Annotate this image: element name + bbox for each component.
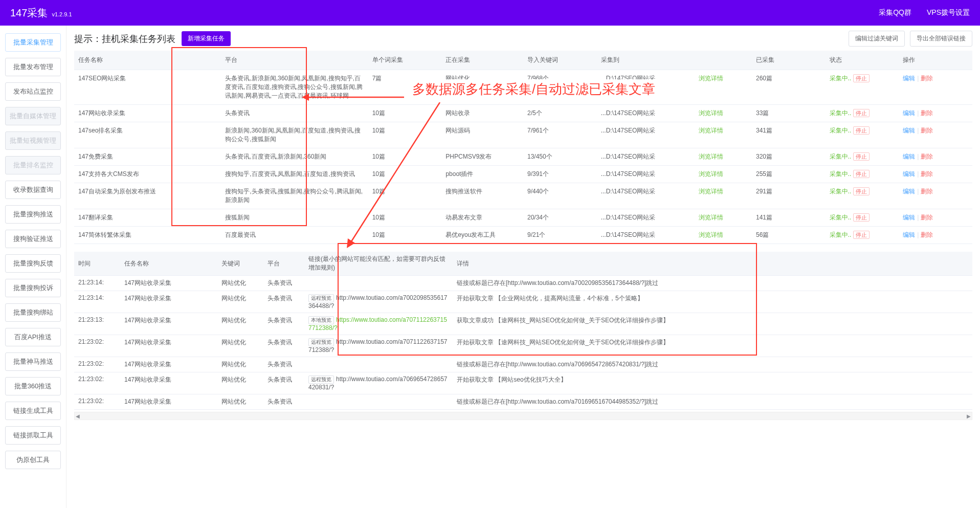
task-status: 采集中.. xyxy=(830,75,852,82)
task-stop-button[interactable]: 停止 xyxy=(853,231,870,239)
app-title: 147采集 xyxy=(10,6,48,20)
task-detail-link[interactable]: 浏览详情 xyxy=(699,75,723,82)
task-edit-link[interactable]: 编辑 xyxy=(903,170,915,178)
log-link-tag[interactable]: 远程预览 xyxy=(308,376,334,384)
task-done: 255篇 xyxy=(752,166,826,183)
task-delete-link[interactable]: 删除 xyxy=(921,109,933,117)
sidebar-item-5: 批量排名监控 xyxy=(5,156,61,174)
task-name: 147免费采集 xyxy=(74,148,221,166)
sidebar-item-14[interactable]: 批量360推送 xyxy=(5,377,61,395)
task-kw: 20/34个 xyxy=(523,209,597,227)
horizontal-scrollbar[interactable]: ◀ ▶ xyxy=(74,412,972,420)
log-row: 21:23:13:147网站收录采集网站优化头条资讯本地预览https://ww… xyxy=(74,313,972,335)
task-row: 147翻译采集搜狐新闻10篇动易发布文章20/34个...D:\147SEO网站… xyxy=(74,209,972,227)
scroll-left-icon[interactable]: ◀ xyxy=(76,413,80,419)
sidebar-item-8[interactable]: 搜狗验证推送 xyxy=(5,230,61,248)
log-kw: 网站优化 xyxy=(217,335,263,357)
task-stop-button[interactable]: 停止 xyxy=(853,152,870,161)
task-row: 147免费采集头条资讯,百度资讯,新浪新闻,360新闻10篇PHPCMSV9发布… xyxy=(74,148,972,166)
sidebar-item-0[interactable]: 批量采集管理 xyxy=(5,33,61,52)
scroll-right-icon[interactable]: ▶ xyxy=(967,413,971,419)
task-stop-button[interactable]: 停止 xyxy=(853,109,870,117)
add-task-button[interactable]: 新增采集任务 xyxy=(182,31,231,46)
log-task: 147网站收录采集 xyxy=(120,276,217,291)
sidebar-item-9[interactable]: 批量搜狗反馈 xyxy=(5,254,61,273)
header-link-qq[interactable]: 采集QQ群 xyxy=(879,8,911,17)
log-table: 时间任务名称关键词平台链接(最小的网站可能没有匹配，如需要可群内反馈增加规则)详… xyxy=(74,252,972,410)
task-edit-link[interactable]: 编辑 xyxy=(903,127,915,134)
task-stop-button[interactable]: 停止 xyxy=(853,213,870,222)
task-detail-link[interactable]: 浏览详情 xyxy=(699,188,723,195)
task-edit-link[interactable]: 编辑 xyxy=(903,75,915,82)
log-link-cell xyxy=(304,394,453,410)
task-per: 10篇 xyxy=(368,166,442,183)
task-dest: ...D:\147SEO网站采 xyxy=(597,209,695,227)
log-time: 21:23:02: xyxy=(74,394,120,410)
task-per: 10篇 xyxy=(368,148,442,166)
filter-keywords-button[interactable]: 编辑过滤关键词 xyxy=(849,31,905,47)
task-kw: 9/440个 xyxy=(523,183,597,209)
sidebar-item-6[interactable]: 收录数据查询 xyxy=(5,181,61,199)
task-now: 网站源码 xyxy=(441,122,523,148)
sidebar-item-10[interactable]: 批量搜狗投诉 xyxy=(5,279,61,297)
task-stop-button[interactable]: 停止 xyxy=(853,126,870,135)
log-row: 21:23:02:147网站收录采集网站优化头条资讯链接或标题已存在[http:… xyxy=(74,357,972,372)
sidebar-item-12[interactable]: 百度API推送 xyxy=(5,328,61,346)
task-col-header: 单个词采集 xyxy=(368,51,442,70)
task-platform: 搜狗知乎,头条资讯,搜狐新闻,搜狗公众号,腾讯新闻,新浪新闻 xyxy=(221,183,368,209)
task-edit-link[interactable]: 编辑 xyxy=(903,109,915,117)
task-detail-link[interactable]: 浏览详情 xyxy=(699,231,723,238)
log-link-tag[interactable]: 远程预览 xyxy=(308,338,334,346)
task-col-header: 操作 xyxy=(899,51,972,70)
task-delete-link[interactable]: 删除 xyxy=(921,153,933,160)
log-col-header: 平台 xyxy=(263,252,304,276)
log-link-tag[interactable]: 远程预览 xyxy=(308,294,334,302)
task-detail-link[interactable]: 浏览详情 xyxy=(699,127,723,134)
sidebar-item-1[interactable]: 批量发布管理 xyxy=(5,58,61,76)
log-detail: 开始获取文章 【网站seo优化技巧大全】 xyxy=(453,372,972,394)
task-delete-link[interactable]: 删除 xyxy=(921,170,933,178)
sidebar-item-15[interactable]: 链接生成工具 xyxy=(5,402,61,420)
task-kw: 2/5个 xyxy=(523,105,597,122)
task-done: 56篇 xyxy=(752,227,826,244)
log-col-header: 时间 xyxy=(74,252,120,276)
task-detail-link[interactable]: 浏览详情 xyxy=(699,153,723,160)
task-delete-link[interactable]: 删除 xyxy=(921,231,933,238)
task-edit-link[interactable]: 编辑 xyxy=(903,214,915,221)
task-dest: ...D:\147SEO网站采 xyxy=(597,105,695,122)
log-kw: 网站优化 xyxy=(217,372,263,394)
task-name: 147翻译采集 xyxy=(74,209,221,227)
log-plat: 头条资讯 xyxy=(263,372,304,394)
task-delete-link[interactable]: 删除 xyxy=(921,75,933,82)
task-edit-link[interactable]: 编辑 xyxy=(903,231,915,238)
task-delete-link[interactable]: 删除 xyxy=(921,188,933,195)
task-detail-link[interactable]: 浏览详情 xyxy=(699,109,723,117)
log-time: 21:23:14: xyxy=(74,276,120,291)
log-row: 21:23:02:147网站收录采集网站优化头条资讯链接或标题已存在[http:… xyxy=(74,394,972,410)
task-dest: ...D:\147SEO网站采 xyxy=(597,122,695,148)
task-platform: 搜狗知乎,百度资讯,凤凰新闻,百度知道,搜狗资讯 xyxy=(221,166,368,183)
task-edit-link[interactable]: 编辑 xyxy=(903,153,915,160)
sidebar-item-2[interactable]: 发布站点监控 xyxy=(5,82,61,101)
task-platform: 新浪新闻,360新闻,凤凰新闻,百度知道,搜狗资讯,搜狗公众号,搜狐新闻 xyxy=(221,122,368,148)
log-link-cell: 远程预览http://www.toutiao.com/a707112263715… xyxy=(304,335,453,357)
header-link-vps[interactable]: VPS拨号设置 xyxy=(927,8,970,17)
export-errors-button[interactable]: 导出全部错误链接 xyxy=(910,31,972,47)
task-stop-button[interactable]: 停止 xyxy=(853,187,870,195)
sidebar-item-13[interactable]: 批量神马推送 xyxy=(5,352,61,371)
sidebar-item-17[interactable]: 伪原创工具 xyxy=(5,451,61,469)
log-link-tag[interactable]: 本地预览 xyxy=(308,316,334,324)
task-edit-link[interactable]: 编辑 xyxy=(903,188,915,195)
sidebar-item-11[interactable]: 批量搜狗绑站 xyxy=(5,303,61,322)
task-name: 147自动采集为原创发布推送 xyxy=(74,183,221,209)
task-stop-button[interactable]: 停止 xyxy=(853,170,870,178)
task-delete-link[interactable]: 删除 xyxy=(921,214,933,221)
task-detail-link[interactable]: 浏览详情 xyxy=(699,170,723,178)
sidebar-item-7[interactable]: 批量搜狗推送 xyxy=(5,205,61,224)
task-dest: ...D:\147SEO网站采 xyxy=(597,183,695,209)
sidebar-item-16[interactable]: 链接抓取工具 xyxy=(5,426,61,445)
log-kw: 网站优化 xyxy=(217,313,263,335)
task-stop-button[interactable]: 停止 xyxy=(853,74,870,82)
task-detail-link[interactable]: 浏览详情 xyxy=(699,214,723,221)
task-delete-link[interactable]: 删除 xyxy=(921,127,933,134)
